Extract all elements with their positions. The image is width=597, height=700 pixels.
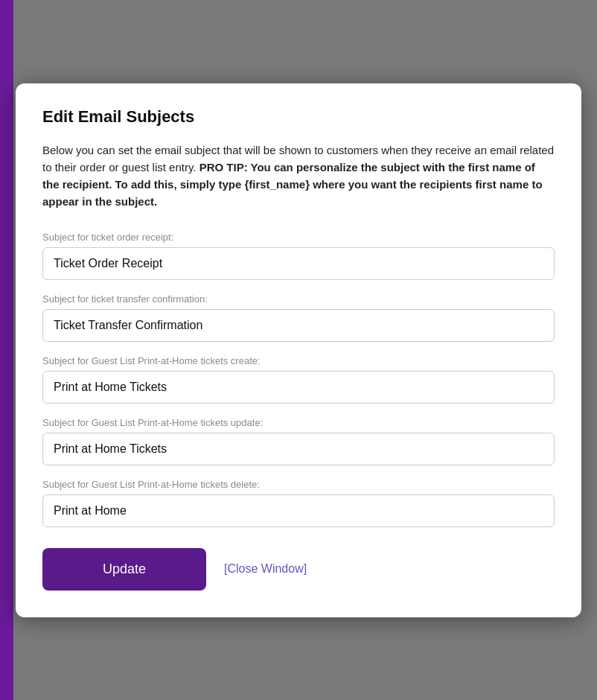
ticket-transfer-confirmation-input-label: Subject for ticket transfer confirmation… [42,293,555,305]
edit-email-subjects-modal: Edit Email Subjects Below you can set th… [16,83,581,617]
close-window-link[interactable]: [Close Window] [224,562,307,576]
ticket-order-receipt-input-label: Subject for ticket order receipt: [42,232,555,243]
ticket-transfer-confirmation-input[interactable] [42,309,555,342]
guest-list-delete-input[interactable] [42,494,555,527]
modal-description: Below you can set the email subject that… [42,141,555,211]
guest-list-update-input-label: Subject for Guest List Print-at-Home tic… [42,417,555,428]
modal-footer: Update [Close Window] [42,548,555,591]
field-group-3: Subject for Guest List Print-at-Home tic… [42,417,555,465]
field-group-0: Subject for ticket order receipt: [42,232,555,280]
modal-title: Edit Email Subjects [42,107,555,127]
field-group-4: Subject for Guest List Print-at-Home tic… [42,479,555,527]
ticket-order-receipt-input[interactable] [42,247,555,280]
guest-list-create-input-label: Subject for Guest List Print-at-Home tic… [42,355,555,366]
fields-container: Subject for ticket order receipt:Subject… [42,232,555,527]
guest-list-create-input[interactable] [42,371,555,404]
guest-list-update-input[interactable] [42,433,555,465]
field-group-2: Subject for Guest List Print-at-Home tic… [42,355,555,404]
field-group-1: Subject for ticket transfer confirmation… [42,293,555,342]
guest-list-delete-input-label: Subject for Guest List Print-at-Home tic… [42,479,555,490]
update-button[interactable]: Update [42,548,206,591]
